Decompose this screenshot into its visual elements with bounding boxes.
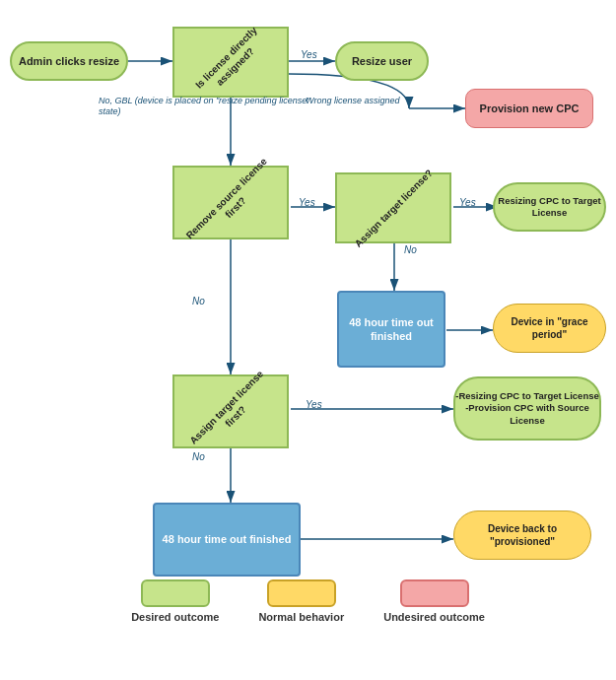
- remove-source-label: Remove source license first?: [182, 154, 280, 251]
- wrong-license-label: Wrong license assigned: [306, 96, 458, 105]
- resizing-cpc-top-label: Resizing CPC to Target License: [495, 195, 604, 220]
- legend-undesired-box: [400, 579, 469, 607]
- remove-source-license: Remove source license first?: [172, 166, 289, 239]
- yes2-label: Yes: [299, 197, 315, 208]
- provision-new-cpc-label: Provision new CPC: [480, 102, 580, 115]
- assign-target-top: Assign target license?: [335, 172, 451, 243]
- device-grace-label: Device in "grace period": [494, 315, 605, 341]
- resizing-cpc-top: Resizing CPC to Target License: [493, 182, 606, 232]
- yes3-label: Yes: [459, 197, 476, 208]
- no4-label: No: [192, 451, 205, 462]
- legend: Desired outcome Normal behavior Undesire…: [0, 579, 616, 623]
- hour-out-bottom-label: 48 hour time out finished: [163, 532, 292, 546]
- device-grace-period: Device in "grace period": [493, 304, 606, 353]
- provision-new-cpc: Provision new CPC: [465, 89, 593, 128]
- legend-undesired: Undesired outcome: [383, 579, 485, 623]
- legend-normal-label: Normal behavior: [258, 611, 344, 623]
- admin-clicks-label: Admin clicks resize: [19, 54, 119, 68]
- flowchart: Admin clicks resize Is license directly …: [0, 0, 616, 631]
- assign-target-bottom-label: Assign target license first?: [182, 363, 280, 460]
- admin-clicks-resize: Admin clicks resize: [10, 41, 128, 81]
- legend-desired: Desired outcome: [131, 579, 219, 623]
- legend-normal: Normal behavior: [258, 579, 344, 623]
- no3-label: No: [192, 296, 205, 306]
- resizing-cpc-bottom-label: -Resizing CPC to Target License -Provisi…: [455, 390, 599, 427]
- no2-label: No: [404, 244, 417, 255]
- device-provisioned-label: Device back to "provisioned": [454, 522, 590, 548]
- resizing-cpc-bottom: -Resizing CPC to Target License -Provisi…: [453, 376, 601, 441]
- hour-out-bottom: 48 hour time out finished: [153, 503, 301, 577]
- assign-target-top-label: Assign target license?: [352, 167, 436, 250]
- hour-out-top-label: 48 hour time out finished: [339, 315, 444, 344]
- yes1-label: Yes: [301, 49, 317, 60]
- no-gbl-label: No, GBL (device is placed on "resize pen…: [99, 96, 315, 117]
- is-directly-assigned: Is license directly assigned?: [172, 27, 289, 98]
- legend-desired-box: [141, 579, 210, 607]
- yes4-label: Yes: [306, 399, 322, 410]
- resize-user: Resize user: [335, 41, 429, 81]
- device-provisioned: Device back to "provisioned": [453, 510, 591, 560]
- resize-user-label: Resize user: [352, 54, 412, 68]
- legend-undesired-label: Undesired outcome: [383, 611, 485, 623]
- assign-target-bottom: Assign target license first?: [172, 374, 289, 448]
- legend-normal-box: [267, 579, 336, 607]
- legend-desired-label: Desired outcome: [131, 611, 219, 623]
- hour-out-top: 48 hour time out finished: [337, 291, 445, 368]
